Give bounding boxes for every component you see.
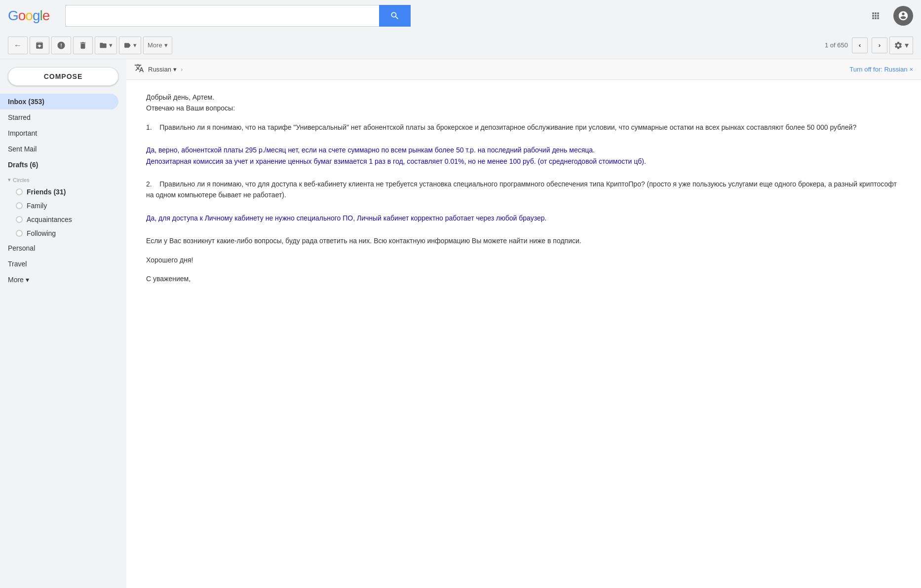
sidebar-item-personal[interactable]: Personal — [0, 240, 118, 256]
answer-1: Да, верно, абонентской платы 295 р./меся… — [146, 145, 901, 167]
circle-dot — [16, 202, 23, 209]
language-selector[interactable]: Russian ▾ — [148, 66, 177, 73]
answer-2: Да, для доступа к Личному кабинету не ну… — [146, 213, 901, 223]
inbox-label: Inbox (353) — [8, 98, 111, 106]
translate-icon — [134, 63, 144, 75]
acquaintances-label: Acquaintances — [27, 216, 72, 223]
sidebar: COMPOSE Inbox (353) Starred Important Se… — [0, 59, 126, 588]
sidebar-item-acquaintances[interactable]: Acquaintances — [0, 213, 118, 226]
topbar-right — [866, 6, 913, 26]
settings-button[interactable]: ▾ — [889, 37, 913, 54]
sidebar-item-sent[interactable]: Sent Mail — [0, 141, 118, 157]
toolbar: ← ▾ ▾ More ▾ 1 of 650 ‹ › ▾ — [0, 32, 921, 59]
friends-label: Friends (31) — [27, 188, 66, 196]
turn-off-label: Turn off for: Russian — [849, 66, 907, 73]
sidebar-item-drafts[interactable]: Drafts (6) — [0, 157, 118, 173]
circle-dot — [16, 230, 23, 237]
sent-label: Sent Mail — [8, 145, 111, 153]
circles-header[interactable]: ▾ Circles — [0, 173, 126, 185]
close-translation-icon[interactable]: × — [909, 66, 913, 73]
apps-icon[interactable] — [866, 6, 885, 26]
more-actions-button[interactable]: More ▾ — [143, 37, 172, 54]
labels-button[interactable]: ▾ — [119, 37, 141, 54]
sidebar-item-more[interactable]: More ▾ — [0, 272, 118, 288]
circle-dot — [16, 216, 23, 223]
move-to-button[interactable]: ▾ — [95, 37, 117, 54]
google-logo: Google — [8, 8, 57, 24]
more-actions-label: More — [148, 41, 162, 49]
report-spam-button[interactable] — [51, 37, 71, 54]
sidebar-item-following[interactable]: Following — [0, 226, 118, 240]
main-layout: COMPOSE Inbox (353) Starred Important Se… — [0, 59, 921, 588]
email-closing1: Если у Вас возникнут какие-либо вопросы,… — [146, 235, 901, 246]
email-closing3: С уважением, — [146, 273, 901, 284]
family-label: Family — [27, 202, 47, 210]
email-closing2: Хорошего дня! — [146, 255, 901, 265]
account-icon[interactable] — [893, 6, 913, 26]
following-label: Following — [27, 229, 56, 237]
personal-label: Personal — [8, 244, 111, 252]
sidebar-item-friends[interactable]: Friends (31) — [0, 185, 118, 199]
more-label: More ▾ — [8, 276, 111, 284]
travel-label: Travel — [8, 260, 111, 268]
important-label: Important — [8, 129, 111, 137]
language-name: Russian — [148, 66, 171, 73]
question-2: 2. Правильно ли я понимаю, что для досту… — [146, 179, 901, 201]
starred-label: Starred — [8, 113, 111, 121]
compose-button[interactable]: COMPOSE — [8, 67, 118, 86]
email-greeting: Добрый день, Артем. Отвечаю на Ваши вопр… — [146, 92, 901, 114]
topbar: Google — [0, 0, 921, 32]
turn-off-translation[interactable]: Turn off for: Russian × — [849, 66, 913, 73]
sidebar-item-starred[interactable]: Starred — [0, 110, 118, 125]
sidebar-item-important[interactable]: Important — [0, 125, 118, 141]
search-area — [65, 5, 411, 27]
prev-email-button[interactable]: ‹ — [852, 37, 868, 53]
sidebar-item-family[interactable]: Family — [0, 199, 118, 213]
circles-label: Circles — [13, 177, 30, 183]
search-input[interactable] — [65, 5, 379, 27]
email-content: Russian ▾ › Turn off for: Russian × Добр… — [126, 59, 921, 588]
sidebar-item-travel[interactable]: Travel — [0, 256, 118, 272]
drafts-label: Drafts (6) — [8, 161, 111, 169]
pagination: 1 of 650 ‹ › — [825, 37, 887, 53]
question-1: 1. Правильно ли я понимаю, что на тарифе… — [146, 122, 901, 133]
archive-button[interactable] — [30, 37, 49, 54]
back-button[interactable]: ← — [8, 37, 28, 54]
sidebar-item-inbox[interactable]: Inbox (353) — [0, 94, 118, 110]
more-text: More — [8, 276, 24, 284]
translation-bar: Russian ▾ › Turn off for: Russian × — [126, 59, 921, 80]
compose-label: COMPOSE — [44, 73, 83, 80]
search-button[interactable] — [379, 5, 411, 27]
delete-button[interactable] — [73, 37, 93, 54]
next-email-button[interactable]: › — [872, 37, 887, 53]
circle-dot — [16, 188, 23, 195]
pagination-text: 1 of 650 — [825, 41, 848, 49]
email-body: Добрый день, Артем. Отвечаю на Ваши вопр… — [126, 80, 921, 304]
